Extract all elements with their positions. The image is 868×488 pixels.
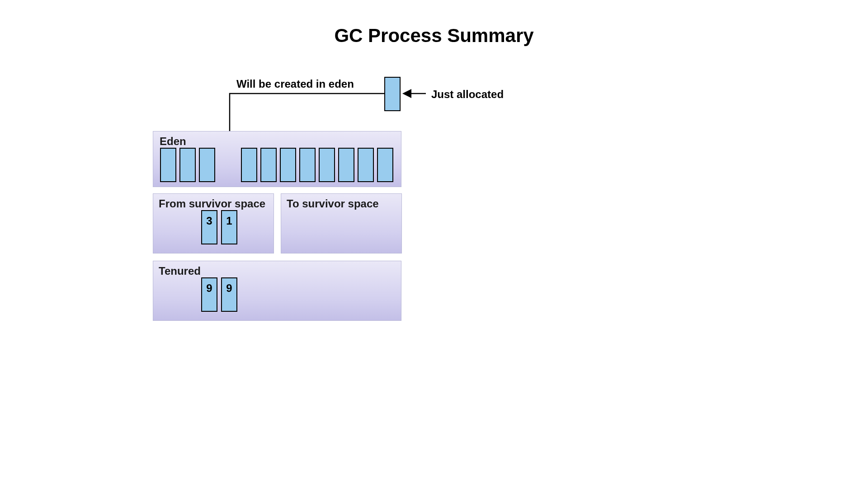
eden-object (299, 148, 316, 182)
region-tenured-label: Tenured (159, 265, 201, 277)
region-to-survivor: To survivor space (281, 193, 402, 253)
eden-object (319, 148, 335, 182)
eden-object (179, 148, 196, 182)
tenured-object: 9 (221, 277, 237, 312)
eden-object (199, 148, 215, 182)
region-eden-label: Eden (160, 135, 186, 148)
region-to-label: To survivor space (287, 197, 379, 210)
caption-created-in-eden: Will be created in eden (236, 78, 354, 90)
eden-object (338, 148, 354, 182)
from-object: 3 (201, 210, 217, 244)
arrows-svg (0, 0, 868, 488)
from-object: 1 (221, 210, 237, 244)
eden-object (160, 148, 176, 182)
eden-object (358, 148, 374, 182)
object-allocated (384, 77, 401, 111)
eden-object (280, 148, 296, 182)
region-from-label: From survivor space (159, 197, 265, 210)
page-title: GC Process Summary (0, 25, 868, 47)
eden-object (241, 148, 257, 182)
tenured-object: 9 (201, 277, 217, 312)
caption-just-allocated: Just allocated (431, 88, 504, 101)
diagram-stage: GC Process Summary Will be created in ed… (0, 0, 868, 488)
eden-object (377, 148, 393, 182)
eden-object (260, 148, 277, 182)
region-tenured: Tenured (153, 261, 401, 321)
